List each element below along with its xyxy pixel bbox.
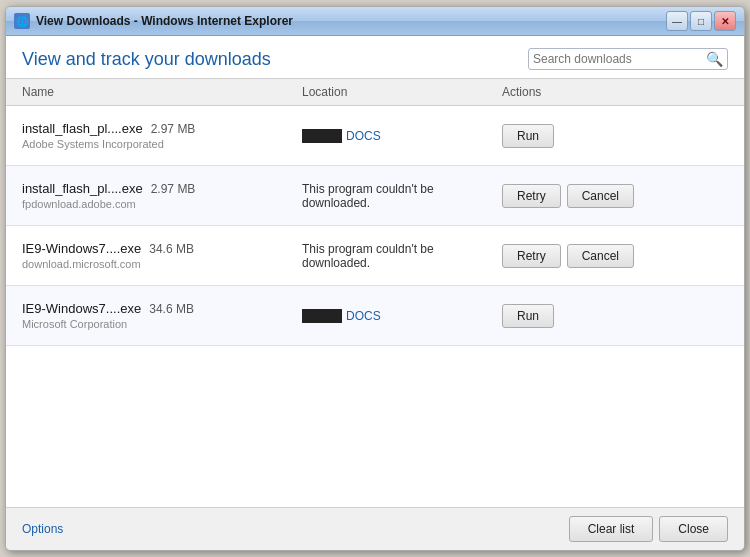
download-source-1: Adobe Systems Incorporated: [22, 138, 302, 150]
footer-buttons: Clear list Close: [569, 516, 728, 542]
download-info-1: install_flash_pl....exe 2.97 MB Adobe Sy…: [22, 121, 302, 150]
download-name-row-4: IE9-Windows7....exe 34.6 MB: [22, 301, 302, 316]
maximize-button[interactable]: □: [690, 11, 712, 31]
download-info-3: IE9-Windows7....exe 34.6 MB download.mic…: [22, 241, 302, 270]
download-size-3: 34.6 MB: [149, 242, 194, 256]
search-box[interactable]: 🔍: [528, 48, 728, 70]
error-text-3: This program couldn't be downloaded.: [302, 242, 434, 270]
download-actions-2: Retry Cancel: [502, 184, 728, 208]
download-size-4: 34.6 MB: [149, 302, 194, 316]
download-source-2: fpdownload.adobe.com: [22, 198, 302, 210]
location-redacted-1: DOCS: [302, 129, 502, 143]
download-filename-4: IE9-Windows7....exe: [22, 301, 141, 316]
window-icon: 🌐: [14, 13, 30, 29]
download-size-1: 2.97 MB: [151, 122, 196, 136]
download-size-2: 2.97 MB: [151, 182, 196, 196]
column-headers: Name Location Actions: [6, 79, 744, 106]
redacted-block-1: [302, 129, 342, 143]
download-name-row-1: install_flash_pl....exe 2.97 MB: [22, 121, 302, 136]
close-window-button[interactable]: ✕: [714, 11, 736, 31]
retry-button-3[interactable]: Retry: [502, 244, 561, 268]
col-header-name: Name: [22, 85, 302, 99]
redacted-block-4: [302, 309, 342, 323]
download-filename-3: IE9-Windows7....exe: [22, 241, 141, 256]
run-button-1[interactable]: Run: [502, 124, 554, 148]
retry-button-2[interactable]: Retry: [502, 184, 561, 208]
downloads-list: install_flash_pl....exe 2.97 MB Adobe Sy…: [6, 106, 744, 507]
download-location-1: DOCS: [302, 129, 502, 143]
download-name-row-2: install_flash_pl....exe 2.97 MB: [22, 181, 302, 196]
main-window: 🌐 View Downloads - Windows Internet Expl…: [5, 6, 745, 551]
minimize-button[interactable]: —: [666, 11, 688, 31]
download-actions-1: Run: [502, 124, 728, 148]
page-header: View and track your downloads 🔍: [6, 36, 744, 79]
download-item-1: install_flash_pl....exe 2.97 MB Adobe Sy…: [6, 106, 744, 166]
window-title: View Downloads - Windows Internet Explor…: [36, 14, 293, 28]
title-bar-buttons: — □ ✕: [666, 11, 736, 31]
download-filename-2: install_flash_pl....exe: [22, 181, 143, 196]
download-name-row-3: IE9-Windows7....exe 34.6 MB: [22, 241, 302, 256]
download-info-2: install_flash_pl....exe 2.97 MB fpdownlo…: [22, 181, 302, 210]
download-filename-1: install_flash_pl....exe: [22, 121, 143, 136]
location-label-1: DOCS: [346, 129, 381, 143]
title-bar: 🌐 View Downloads - Windows Internet Expl…: [6, 7, 744, 36]
col-header-actions: Actions: [502, 85, 728, 99]
location-label-4: DOCS: [346, 309, 381, 323]
download-info-4: IE9-Windows7....exe 34.6 MB Microsoft Co…: [22, 301, 302, 330]
download-source-3: download.microsoft.com: [22, 258, 302, 270]
download-location-2: This program couldn't be downloaded.: [302, 182, 502, 210]
download-location-3: This program couldn't be downloaded.: [302, 242, 502, 270]
page-title: View and track your downloads: [22, 49, 271, 70]
download-actions-4: Run: [502, 304, 728, 328]
options-link[interactable]: Options: [22, 522, 63, 536]
search-icon[interactable]: 🔍: [706, 51, 723, 67]
col-header-location: Location: [302, 85, 502, 99]
content-area: View and track your downloads 🔍 Name Loc…: [6, 36, 744, 550]
download-item-3: IE9-Windows7....exe 34.6 MB download.mic…: [6, 226, 744, 286]
cancel-button-2[interactable]: Cancel: [567, 184, 634, 208]
download-location-4: DOCS: [302, 309, 502, 323]
download-source-4: Microsoft Corporation: [22, 318, 302, 330]
download-item-4: IE9-Windows7....exe 34.6 MB Microsoft Co…: [6, 286, 744, 346]
search-input[interactable]: [533, 52, 706, 66]
run-button-4[interactable]: Run: [502, 304, 554, 328]
error-text-2: This program couldn't be downloaded.: [302, 182, 434, 210]
title-bar-left: 🌐 View Downloads - Windows Internet Expl…: [14, 13, 293, 29]
location-redacted-4: DOCS: [302, 309, 502, 323]
download-actions-3: Retry Cancel: [502, 244, 728, 268]
download-item-2: install_flash_pl....exe 2.97 MB fpdownlo…: [6, 166, 744, 226]
clear-list-button[interactable]: Clear list: [569, 516, 654, 542]
close-button[interactable]: Close: [659, 516, 728, 542]
cancel-button-3[interactable]: Cancel: [567, 244, 634, 268]
footer: Options Clear list Close: [6, 507, 744, 550]
